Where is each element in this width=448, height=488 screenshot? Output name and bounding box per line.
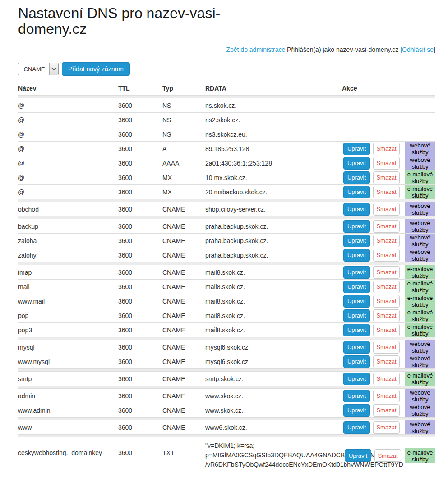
edit-button[interactable]: Upravit bbox=[343, 157, 370, 170]
record-badge-cell bbox=[405, 113, 435, 127]
delete-button[interactable]: Smazat bbox=[373, 390, 400, 402]
table-row: www3600CNAMEwww6.skok.cz.UpravitSmazatwe… bbox=[18, 420, 435, 435]
delete-button[interactable]: Smazat bbox=[373, 324, 400, 336]
record-type: MX bbox=[162, 189, 205, 196]
action-buttons: UpravitSmazat bbox=[342, 266, 405, 279]
record-name: www.admin bbox=[18, 407, 118, 414]
record-type: CNAME bbox=[162, 344, 205, 351]
table-row: @3600NSns3.skokcz.eu. bbox=[18, 127, 435, 142]
record-rdata: mysql6.skok.cz. bbox=[205, 344, 342, 351]
logout-link[interactable]: Odhlásit se bbox=[402, 46, 434, 53]
action-buttons: UpravitSmazat bbox=[342, 390, 405, 402]
action-buttons: UpravitSmazat bbox=[342, 203, 405, 216]
edit-button[interactable]: Upravit bbox=[343, 249, 370, 262]
record-rdata: mail8.skok.cz. bbox=[205, 327, 342, 334]
record-name: admin bbox=[18, 392, 118, 400]
record-actions: UpravitSmazat bbox=[342, 266, 405, 279]
record-rdata: 10 mx.skok.cz. bbox=[205, 174, 342, 181]
record-rdata: mail8.skok.cz. bbox=[205, 298, 342, 305]
record-type: TXT bbox=[162, 437, 205, 456]
record-ttl: 3600 bbox=[118, 131, 162, 138]
record-name: ceskywebhosting._domainkey bbox=[18, 437, 118, 456]
action-buttons: UpravitSmazat bbox=[342, 324, 405, 336]
action-buttons: UpravitSmazat bbox=[342, 186, 405, 198]
record-badge-cell: webové služby bbox=[405, 248, 435, 262]
action-buttons: UpravitSmazat bbox=[342, 341, 405, 354]
edit-button[interactable]: Upravit bbox=[343, 309, 370, 322]
edit-button[interactable]: Upravit bbox=[343, 171, 370, 184]
record-actions: UpravitSmazat bbox=[342, 390, 405, 402]
record-name: pop bbox=[18, 312, 118, 319]
delete-button[interactable]: Smazat bbox=[373, 404, 400, 417]
table-row: @3600A89.185.253.128UpravitSmazatwebové … bbox=[18, 142, 435, 156]
record-rdata: ns2.skok.cz. bbox=[205, 116, 342, 124]
delete-button[interactable]: Smazat bbox=[373, 341, 400, 354]
edit-button[interactable]: Upravit bbox=[345, 449, 371, 462]
table-row: pop3600CNAMEmail8.skok.cz.UpravitSmazate… bbox=[18, 308, 435, 323]
delete-button[interactable]: Smazat bbox=[373, 309, 400, 322]
record-rdata: 89.185.253.128 bbox=[205, 145, 342, 152]
edit-button[interactable]: Upravit bbox=[343, 341, 370, 354]
delete-button[interactable]: Smazat bbox=[373, 235, 400, 247]
record-actions: UpravitSmazat bbox=[342, 203, 405, 216]
column-header-ttl: TTL bbox=[118, 85, 162, 92]
edit-button[interactable]: Upravit bbox=[343, 143, 370, 155]
edit-button[interactable]: Upravit bbox=[343, 220, 370, 233]
record-type-select[interactable]: CNAME bbox=[18, 63, 59, 75]
record-actions: UpravitSmazat bbox=[343, 449, 401, 462]
action-buttons: UpravitSmazat bbox=[342, 355, 405, 368]
delete-button[interactable]: Smazat bbox=[373, 203, 400, 216]
delete-button[interactable]: Smazat bbox=[373, 186, 400, 198]
back-to-admin-link[interactable]: Zpět do administrace bbox=[226, 46, 285, 53]
delete-button[interactable]: Smazat bbox=[373, 266, 400, 279]
page-container: Nastavení DNS pro nazev-vasi-domeny.cz Z… bbox=[18, 5, 435, 474]
edit-button[interactable]: Upravit bbox=[343, 281, 370, 293]
edit-button[interactable]: Upravit bbox=[343, 373, 370, 385]
record-ttl: 3600 bbox=[118, 237, 162, 244]
record-actions: UpravitSmazat bbox=[342, 355, 405, 368]
delete-button[interactable]: Smazat bbox=[373, 281, 400, 293]
record-actions: UpravitSmazat bbox=[342, 281, 405, 293]
table-header: Název TTL Typ RDATA Akce bbox=[18, 85, 435, 96]
edit-button[interactable]: Upravit bbox=[343, 404, 370, 417]
action-buttons: UpravitSmazat bbox=[342, 220, 405, 233]
record-rdata: 20 mxbackup.skok.cz. bbox=[205, 189, 342, 196]
record-badge-cell: webové služby bbox=[405, 219, 435, 233]
delete-button[interactable]: Smazat bbox=[373, 143, 400, 155]
record-rdata: praha.backup.skok.cz. bbox=[205, 252, 342, 259]
edit-button[interactable]: Upravit bbox=[343, 186, 370, 198]
table-row: ceskywebhosting._domainkey3600TXT"v=DKIM… bbox=[18, 437, 435, 474]
delete-button[interactable]: Smazat bbox=[373, 295, 400, 308]
record-type-select-value: CNAME bbox=[18, 66, 49, 73]
record-type: CNAME bbox=[162, 312, 205, 319]
delete-button[interactable]: Smazat bbox=[373, 157, 400, 170]
delete-button[interactable]: Smazat bbox=[373, 171, 400, 184]
delete-button[interactable]: Smazat bbox=[373, 249, 400, 262]
record-name: imap bbox=[18, 269, 118, 276]
edit-button[interactable]: Upravit bbox=[343, 421, 370, 434]
action-buttons: UpravitSmazat bbox=[342, 235, 405, 247]
edit-button[interactable]: Upravit bbox=[343, 390, 370, 402]
delete-button[interactable]: Smazat bbox=[373, 355, 400, 368]
edit-button[interactable]: Upravit bbox=[343, 355, 370, 368]
delete-button[interactable]: Smazat bbox=[373, 373, 400, 385]
record-type: CNAME bbox=[162, 206, 205, 213]
add-record-button[interactable]: Přidat nový záznam bbox=[62, 62, 130, 76]
dns-table-body: @3600NSns.skok.cz.@3600NSns2.skok.cz.@36… bbox=[18, 98, 435, 474]
record-type: AAAA bbox=[162, 160, 205, 167]
logged-in-text: Přihlášen(a) jako nazev-vasi-domeny.cz bbox=[287, 46, 398, 53]
delete-button[interactable]: Smazat bbox=[374, 449, 401, 462]
edit-button[interactable]: Upravit bbox=[343, 324, 370, 336]
delete-button[interactable]: Smazat bbox=[373, 421, 400, 434]
edit-button[interactable]: Upravit bbox=[343, 295, 370, 308]
edit-button[interactable]: Upravit bbox=[343, 203, 370, 216]
record-rdata: mail8.skok.cz. bbox=[205, 312, 342, 319]
edit-button[interactable]: Upravit bbox=[343, 235, 370, 247]
record-ttl: 3600 bbox=[118, 344, 162, 351]
delete-button[interactable]: Smazat bbox=[373, 220, 400, 233]
edit-button[interactable]: Upravit bbox=[343, 266, 370, 279]
web-services-badge: webové služby bbox=[405, 340, 435, 354]
record-ttl: 3600 bbox=[118, 392, 162, 400]
record-rdata: mail8.skok.cz. bbox=[205, 269, 342, 276]
table-row: @3600AAAA2a01:430:36:1::253:128UpravitSm… bbox=[18, 156, 435, 170]
